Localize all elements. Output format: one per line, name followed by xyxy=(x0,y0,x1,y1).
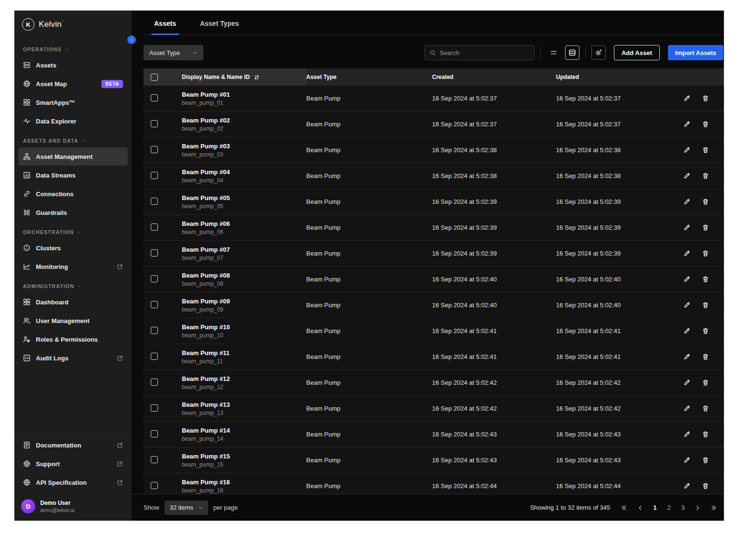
edit-button[interactable] xyxy=(681,93,692,104)
sidebar-item-monitoring[interactable]: Monitoring xyxy=(18,257,128,276)
sidebar-section-administration[interactable]: ADMINISTRATION xyxy=(14,276,132,292)
row-checkbox[interactable] xyxy=(151,482,158,489)
sidebar-section-assets-and-data[interactable]: ASSETS AND DATA xyxy=(14,131,132,147)
sidebar-section-orchestration[interactable]: ORCHESTRATION xyxy=(14,222,132,238)
row-checkbox[interactable] xyxy=(151,430,158,437)
sidebar-item-assets[interactable]: Assets xyxy=(18,56,128,74)
delete-button[interactable] xyxy=(700,274,711,285)
asset-type-cell: Beam Pump xyxy=(306,95,432,102)
delete-button[interactable] xyxy=(700,326,711,336)
edit-button[interactable] xyxy=(681,481,692,491)
edit-button[interactable] xyxy=(681,171,692,181)
edit-button[interactable] xyxy=(681,248,692,259)
sidebar-item-audit-logs[interactable]: Audit Logs xyxy=(18,349,128,367)
sidebar-item-asset-map[interactable]: Asset MapBETA xyxy=(18,75,128,93)
next-page-button[interactable] xyxy=(694,504,701,511)
row-checkbox[interactable] xyxy=(151,146,158,153)
delete-button[interactable] xyxy=(700,223,711,233)
prev-page-button[interactable] xyxy=(637,504,644,511)
delete-button[interactable] xyxy=(700,145,711,156)
delete-button[interactable] xyxy=(700,248,711,259)
sidebar-item-clusters[interactable]: Clusters xyxy=(18,239,128,257)
sidebar-item-dashboard[interactable]: Dashboard xyxy=(18,293,128,311)
delete-button[interactable] xyxy=(700,352,711,362)
edit-button[interactable] xyxy=(681,145,692,156)
sidebar-item-support[interactable]: Support xyxy=(18,455,128,473)
sidebar-section-operations[interactable]: OPERATIONS xyxy=(14,39,132,56)
search-input[interactable] xyxy=(440,49,529,56)
edit-button[interactable] xyxy=(681,326,692,336)
sidebar-item-data-explorer[interactable]: Data Explorer xyxy=(18,112,128,130)
search-box[interactable] xyxy=(424,45,534,60)
delete-button[interactable] xyxy=(700,93,711,104)
user-profile[interactable]: D Demo User demo@kelvin.ai xyxy=(14,493,132,521)
edit-button[interactable] xyxy=(681,403,692,414)
tab-assets[interactable]: Assets xyxy=(153,20,177,34)
delete-button[interactable] xyxy=(700,429,711,440)
sidebar-item-documentation[interactable]: Documentation xyxy=(18,436,128,454)
page-number-2[interactable]: 2 xyxy=(667,504,671,511)
view-compact-button[interactable] xyxy=(546,45,561,60)
sidebar-item-guardrails[interactable]: Guardrails xyxy=(18,203,128,222)
sidebar-item-api-specification[interactable]: API Specification xyxy=(18,473,128,491)
edit-button[interactable] xyxy=(681,429,692,440)
row-checkbox[interactable] xyxy=(151,172,158,179)
sidebar-item-roles-permissions[interactable]: Roles & Permissions xyxy=(18,330,128,348)
add-asset-button[interactable]: Add Asset xyxy=(614,45,660,60)
edit-button[interactable] xyxy=(681,274,692,285)
column-header-name[interactable]: Display Name & Name ID xyxy=(182,68,306,86)
last-page-button[interactable] xyxy=(711,504,717,511)
delete-button[interactable] xyxy=(700,197,711,207)
edit-button[interactable] xyxy=(681,223,692,233)
edit-button[interactable] xyxy=(681,378,692,388)
row-checkbox[interactable] xyxy=(151,120,158,127)
edit-button[interactable] xyxy=(681,455,692,466)
page-number-3[interactable]: 3 xyxy=(681,504,685,511)
sidebar-item-data-streams[interactable]: Data Streams xyxy=(18,166,128,184)
edit-button[interactable] xyxy=(681,119,692,130)
sidebar-item-user-management[interactable]: User Management xyxy=(18,312,128,330)
row-checkbox[interactable] xyxy=(151,353,158,360)
select-all-checkbox[interactable] xyxy=(151,74,158,81)
row-checkbox[interactable] xyxy=(151,327,158,334)
delete-button[interactable] xyxy=(700,171,711,181)
page-number-1[interactable]: 1 xyxy=(653,504,656,511)
sidebar-item-connections[interactable]: Connections xyxy=(18,185,128,203)
sidebar-collapse-button[interactable] xyxy=(127,35,136,44)
delete-button[interactable] xyxy=(700,403,711,414)
row-checkbox[interactable] xyxy=(151,94,158,101)
sort-icon[interactable] xyxy=(254,74,260,80)
column-header-updated[interactable]: Updated xyxy=(556,68,675,86)
column-header-type[interactable]: Asset Type xyxy=(306,68,432,86)
edit-button[interactable] xyxy=(681,300,692,311)
delete-button[interactable] xyxy=(700,378,711,388)
view-list-button[interactable] xyxy=(565,45,579,60)
import-assets-button[interactable]: Import Assets xyxy=(668,45,723,60)
delete-button[interactable] xyxy=(700,455,711,466)
table-row: Beam Pump #03beam_pump_03Beam Pump16 Sep… xyxy=(144,137,724,163)
row-checkbox[interactable] xyxy=(151,404,158,412)
asset-display-name: Beam Pump #11 xyxy=(182,349,306,357)
row-checkbox[interactable] xyxy=(151,456,158,463)
delete-button[interactable] xyxy=(700,481,711,491)
edit-button[interactable] xyxy=(681,352,692,362)
sidebar-item-smartapps[interactable]: SmartApps™ xyxy=(18,93,128,112)
row-checkbox[interactable] xyxy=(151,301,158,308)
first-page-button[interactable] xyxy=(621,504,627,511)
row-checkbox[interactable] xyxy=(151,275,158,282)
column-header-created[interactable]: Created xyxy=(432,68,556,86)
page-size-select[interactable]: 32 items xyxy=(165,501,208,515)
sidebar-item-asset-management[interactable]: Asset Management xyxy=(18,147,128,166)
edit-button[interactable] xyxy=(681,197,692,207)
row-checkbox[interactable] xyxy=(151,379,158,386)
row-actions xyxy=(675,481,724,491)
row-checkbox[interactable] xyxy=(151,198,158,205)
delete-button[interactable] xyxy=(700,119,711,130)
asset-type-filter-dropdown[interactable]: Asset Type xyxy=(144,45,203,60)
row-checkbox[interactable] xyxy=(151,249,158,257)
tab-asset-types[interactable]: Asset Types xyxy=(199,20,240,34)
delete-button[interactable] xyxy=(700,300,711,311)
asset-type-cell: Beam Pump xyxy=(306,457,432,464)
row-checkbox[interactable] xyxy=(151,223,158,231)
table-settings-button[interactable] xyxy=(591,45,606,60)
